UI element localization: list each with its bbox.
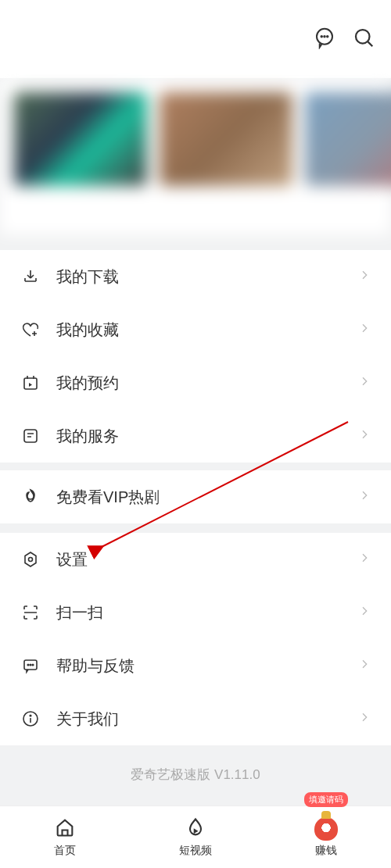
row-about[interactable]: 关于我们 bbox=[0, 692, 391, 745]
chevron-right-icon bbox=[358, 552, 371, 567]
drop-flame-icon bbox=[185, 816, 206, 841]
row-label: 帮助与反馈 bbox=[56, 655, 358, 677]
row-favorites[interactable]: 我的收藏 bbox=[0, 303, 391, 356]
row-reserve[interactable]: 我的预约 bbox=[0, 356, 391, 409]
tab-label: 赚钱 bbox=[315, 844, 337, 858]
svg-point-3 bbox=[327, 36, 328, 38]
money-bag-icon bbox=[314, 817, 338, 841]
svg-line-5 bbox=[368, 42, 373, 47]
row-downloads[interactable]: 我的下载 bbox=[0, 250, 391, 303]
download-icon bbox=[20, 266, 41, 287]
calendar-icon bbox=[20, 373, 41, 393]
svg-point-12 bbox=[30, 664, 31, 666]
chevron-right-icon bbox=[358, 489, 371, 505]
invite-bubble: 填邀请码 bbox=[304, 792, 348, 807]
tab-home[interactable]: 首页 bbox=[0, 806, 131, 868]
svg-rect-7 bbox=[24, 430, 37, 442]
menu-group-2: 免费看VIP热剧 bbox=[0, 470, 391, 523]
info-icon bbox=[20, 709, 41, 729]
tab-label: 短视频 bbox=[179, 844, 212, 858]
menu-group-3: 设置 扫一扫 帮助与反馈 关于我们 bbox=[0, 533, 391, 745]
row-label: 我的收藏 bbox=[56, 320, 358, 341]
tab-bar: 首页 短视频 填邀请码 赚钱 bbox=[0, 805, 391, 868]
chevron-right-icon bbox=[358, 428, 371, 444]
svg-point-2 bbox=[324, 36, 325, 38]
search-icon[interactable] bbox=[352, 26, 375, 52]
feedback-icon bbox=[20, 655, 41, 676]
svg-point-11 bbox=[27, 664, 29, 666]
scan-icon bbox=[20, 602, 41, 623]
row-label: 我的预约 bbox=[56, 373, 358, 394]
menu-group-1: 我的下载 我的收藏 我的预约 我的服务 bbox=[0, 250, 391, 463]
row-label: 设置 bbox=[56, 549, 358, 570]
tab-label: 首页 bbox=[54, 844, 76, 858]
chat-icon[interactable] bbox=[313, 26, 336, 52]
svg-point-15 bbox=[30, 715, 31, 716]
history-thumb[interactable] bbox=[14, 92, 147, 186]
chevron-right-icon bbox=[358, 269, 371, 284]
gear-icon bbox=[20, 549, 41, 570]
svg-marker-8 bbox=[25, 552, 36, 566]
row-label: 我的服务 bbox=[56, 426, 358, 447]
chevron-right-icon bbox=[358, 375, 371, 391]
row-services[interactable]: 我的服务 bbox=[0, 409, 391, 463]
row-label: 扫一扫 bbox=[56, 602, 358, 623]
row-help[interactable]: 帮助与反馈 bbox=[0, 639, 391, 692]
svg-rect-6 bbox=[24, 378, 37, 389]
row-settings[interactable]: 设置 bbox=[0, 533, 391, 586]
row-vip-hot[interactable]: 免费看VIP热剧 bbox=[0, 470, 391, 523]
version-footer: 爱奇艺极速版 V1.11.0 bbox=[0, 766, 391, 784]
home-icon bbox=[54, 816, 76, 841]
chevron-right-icon bbox=[358, 605, 371, 620]
screen: 我的下载 我的收藏 我的预约 我的服务 bbox=[0, 0, 391, 868]
history-area bbox=[0, 78, 391, 234]
row-label: 我的下载 bbox=[56, 266, 358, 288]
chevron-right-icon bbox=[358, 322, 371, 338]
history-thumb[interactable] bbox=[160, 92, 292, 186]
history-thumb[interactable] bbox=[305, 92, 391, 186]
header bbox=[0, 0, 391, 78]
chevron-right-icon bbox=[358, 658, 371, 673]
row-label: 关于我们 bbox=[56, 709, 358, 730]
tab-earn[interactable]: 填邀请码 赚钱 bbox=[260, 806, 391, 868]
row-scan[interactable]: 扫一扫 bbox=[0, 586, 391, 639]
svg-point-1 bbox=[321, 36, 323, 38]
row-label: 免费看VIP热剧 bbox=[56, 487, 358, 508]
svg-point-4 bbox=[356, 30, 370, 44]
svg-point-9 bbox=[29, 558, 33, 562]
svg-point-13 bbox=[32, 664, 34, 666]
chevron-right-icon bbox=[358, 711, 371, 727]
tab-short-video[interactable]: 短视频 bbox=[131, 806, 261, 868]
flame-icon bbox=[20, 487, 41, 507]
heart-plus-icon bbox=[20, 320, 41, 340]
list-icon bbox=[20, 426, 41, 446]
